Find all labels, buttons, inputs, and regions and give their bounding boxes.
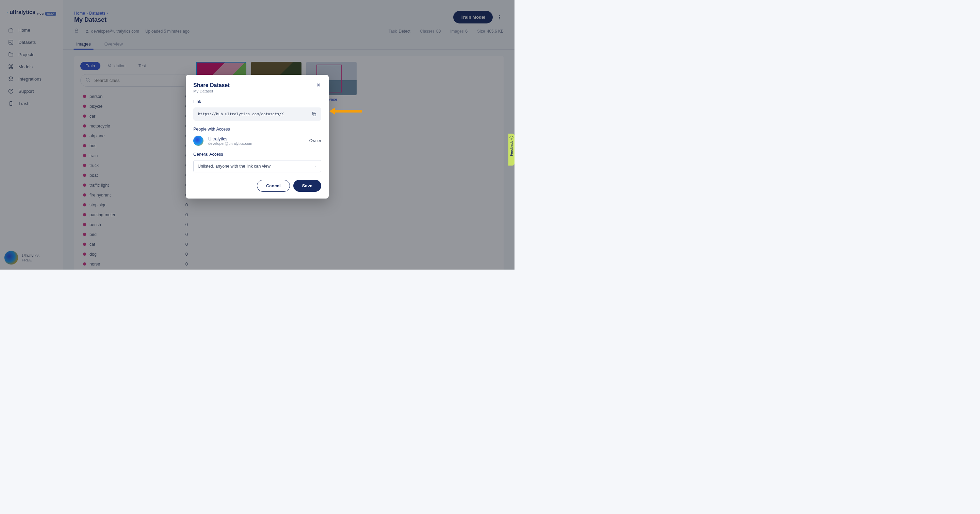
access-role: Owner bbox=[309, 138, 321, 143]
share-dataset-modal: Share Dataset My Dataset Link https://hu… bbox=[186, 75, 329, 198]
share-link-value: https://hub.ultralytics.com/datasets/X bbox=[198, 112, 284, 116]
access-email: developer@ultralytics.com bbox=[208, 141, 252, 146]
feedback-label: Feedback bbox=[510, 141, 514, 156]
svg-rect-11 bbox=[313, 114, 316, 116]
save-button[interactable]: Save bbox=[293, 180, 321, 192]
select-value: Unlisted, anyone with the link can view bbox=[198, 164, 270, 169]
copy-icon bbox=[311, 111, 317, 117]
general-access-select[interactable]: Unlisted, anyone with the link can view bbox=[193, 160, 321, 172]
modal-overlay[interactable]: Share Dataset My Dataset Link https://hu… bbox=[0, 0, 514, 270]
close-button[interactable] bbox=[316, 82, 321, 89]
avatar bbox=[193, 136, 204, 146]
link-section-label: Link bbox=[193, 99, 321, 104]
modal-subtitle: My Dataset bbox=[193, 89, 230, 93]
general-section-label: General Access bbox=[193, 152, 321, 157]
close-icon bbox=[316, 82, 321, 88]
feedback-tab[interactable]: Feedback bbox=[508, 133, 514, 165]
svg-point-12 bbox=[510, 136, 513, 140]
copy-link-button[interactable] bbox=[311, 111, 317, 117]
annotation-arrow bbox=[329, 108, 362, 114]
cancel-button[interactable]: Cancel bbox=[257, 180, 290, 192]
chevron-down-icon bbox=[313, 165, 317, 168]
modal-title: Share Dataset bbox=[193, 82, 230, 88]
access-name: Ultralytics bbox=[208, 136, 252, 141]
access-row: Ultralytics developer@ultralytics.com Ow… bbox=[193, 136, 321, 146]
people-section-label: People with Access bbox=[193, 127, 321, 132]
smile-icon bbox=[509, 136, 514, 140]
link-box: https://hub.ultralytics.com/datasets/X bbox=[193, 108, 321, 121]
